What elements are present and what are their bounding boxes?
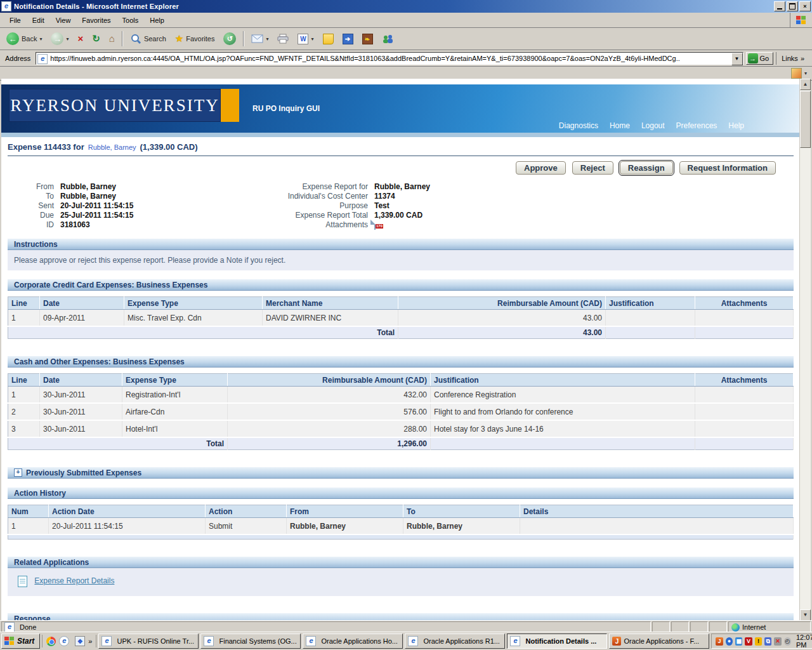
forward-dropdown-icon[interactable]: ▾: [66, 36, 69, 42]
mail-dropdown-icon[interactable]: ▾: [266, 36, 268, 42]
column-header: To: [403, 505, 520, 518]
accessibility-icon[interactable]: ●: [726, 637, 733, 646]
network-disconnected-icon[interactable]: ✕: [774, 637, 781, 646]
purpose-label: Purpose: [263, 201, 368, 210]
home-button[interactable]: ⌂: [105, 32, 119, 45]
favorites-button[interactable]: ★ Favorites: [171, 32, 219, 45]
history-button[interactable]: ↺: [219, 31, 240, 46]
cell: 1: [8, 387, 40, 404]
cell: 288.00: [228, 420, 431, 437]
scrollbar-down-icon[interactable]: ▼: [800, 609, 811, 621]
page-heading: Expense 114433 for Rubble, Barney (1,339…: [8, 142, 794, 156]
refresh-button[interactable]: ↻: [88, 32, 104, 45]
menu-view[interactable]: View: [50, 15, 77, 26]
start-label: Start: [17, 637, 34, 646]
due-value: 25-Jul-2011 11:54:15: [60, 211, 133, 220]
page-icon: e: [37, 54, 48, 64]
nav-logout[interactable]: Logout: [641, 121, 665, 130]
sent-label: Sent: [19, 201, 54, 210]
expense-person-link[interactable]: Rubble, Barney: [88, 143, 136, 151]
links-chevron-icon[interactable]: »: [801, 55, 804, 62]
minimize-button[interactable]: [774, 1, 785, 11]
expand-icon[interactable]: +: [14, 468, 22, 477]
menu-help[interactable]: Help: [144, 15, 170, 26]
nav-home[interactable]: Home: [610, 121, 630, 130]
back-dropdown-icon[interactable]: ▾: [39, 36, 42, 42]
edit-dropdown-icon[interactable]: ▾: [311, 36, 313, 42]
menu-tools[interactable]: Tools: [117, 15, 145, 26]
start-button[interactable]: Start: [1, 633, 40, 649]
approve-button[interactable]: Approve: [516, 161, 566, 175]
people-button[interactable]: [378, 33, 397, 45]
action-history-title: Action History: [14, 489, 66, 498]
addon-dropdown-icon[interactable]: ▾: [804, 70, 807, 76]
notification-details: From Rubble, Barney To Rubble, Barney Se…: [8, 182, 794, 229]
reject-button[interactable]: Reject: [572, 161, 613, 175]
print-icon: [277, 34, 289, 44]
system-tray: J ● ▦ V ! ⧉ ✕ ◴ 12:07 PM: [711, 633, 812, 649]
from-label: From: [19, 182, 54, 191]
column-header: Attachments: [695, 297, 794, 310]
network-icon[interactable]: ⧉: [764, 637, 771, 646]
scrollbar-thumb[interactable]: [800, 91, 811, 148]
sent-value: 20-Jul-2011 11:54:15: [60, 201, 133, 210]
task-button[interactable]: eOracle Applications Ho...: [303, 633, 403, 649]
nav-preferences[interactable]: Preferences: [676, 121, 717, 130]
discuss-button[interactable]: [319, 32, 337, 46]
app-title: RU PO Inquiry GUI: [252, 104, 320, 113]
instructions-body: Please approve or reject this expense re…: [8, 250, 794, 270]
messenger-button[interactable]: ➔: [339, 32, 357, 46]
clock-sync-icon[interactable]: ◴: [784, 637, 791, 646]
cash-section-header: Cash and Other Expenses: Business Expens…: [8, 355, 794, 368]
task-button-active[interactable]: eNotification Details ...: [507, 633, 607, 649]
quick-launch-app-icon[interactable]: ❖: [75, 636, 85, 646]
edit-with-word-button[interactable]: W ▾: [294, 32, 317, 46]
search-button[interactable]: Search: [126, 32, 170, 46]
print-button[interactable]: [273, 32, 292, 45]
chrome-icon[interactable]: [46, 637, 56, 646]
nav-diagnostics[interactable]: Diagnostics: [559, 121, 598, 130]
page-scrollbar[interactable]: ▲ ▼: [799, 79, 811, 621]
ccc-section-header: Corporate Credit Card Expenses: Business…: [8, 279, 794, 291]
security-alert-icon[interactable]: !: [755, 637, 762, 646]
task-button[interactable]: eUPK - RUFIS Online Tr...: [98, 633, 199, 649]
quick-launch-ie-icon[interactable]: e: [59, 636, 69, 646]
forward-button[interactable]: → ▾: [47, 31, 72, 46]
address-input[interactable]: [36, 52, 743, 65]
close-button[interactable]: ×: [799, 1, 811, 11]
mail-button[interactable]: ▾: [247, 33, 272, 44]
address-label: Address: [3, 55, 33, 62]
addon-icon[interactable]: [791, 68, 802, 79]
cell: [695, 403, 794, 420]
task-button[interactable]: eOracle Applications R1...: [405, 633, 505, 649]
request-information-button[interactable]: Request Information: [679, 161, 776, 175]
total-label: Total: [8, 437, 228, 450]
attachment-file-icon[interactable]: 170: [374, 220, 376, 230]
go-button[interactable]: → Go: [746, 52, 774, 65]
scrollbar-up-icon[interactable]: ▲: [800, 79, 811, 90]
expense-report-details-link[interactable]: Expense Report Details: [34, 576, 114, 585]
display-icon[interactable]: ▦: [735, 637, 742, 646]
links-toolbar[interactable]: Links »: [776, 52, 809, 65]
java-tray-icon[interactable]: J: [716, 637, 723, 646]
address-dropdown-icon[interactable]: ▼: [731, 53, 743, 65]
cell: Misc. Travel Exp. Cdn: [124, 310, 263, 327]
quick-launch-chevron-icon[interactable]: »: [88, 637, 92, 645]
java-icon: J: [612, 637, 621, 646]
menu-file[interactable]: File: [4, 15, 27, 26]
task-button[interactable]: JOracle Applications - F...: [609, 633, 709, 649]
column-header: Merchant Name: [263, 297, 398, 310]
reassign-button[interactable]: Reassign: [620, 161, 673, 175]
stop-button[interactable]: ×: [74, 32, 88, 45]
column-header: Reimbursable Amount (CAD): [228, 374, 431, 387]
antivirus-icon[interactable]: V: [745, 637, 752, 646]
research-button[interactable]: ❧: [358, 32, 377, 46]
task-button[interactable]: eFinancial Systems (OG...: [200, 633, 301, 649]
total-row: Total 43.00: [8, 326, 794, 339]
restore-button[interactable]: [787, 1, 798, 11]
menu-favorites[interactable]: Favorites: [76, 15, 116, 26]
back-button[interactable]: ← Back ▾: [3, 31, 46, 46]
links-label: Links: [782, 55, 798, 62]
nav-help[interactable]: Help: [728, 121, 744, 130]
menu-edit[interactable]: Edit: [27, 15, 50, 26]
